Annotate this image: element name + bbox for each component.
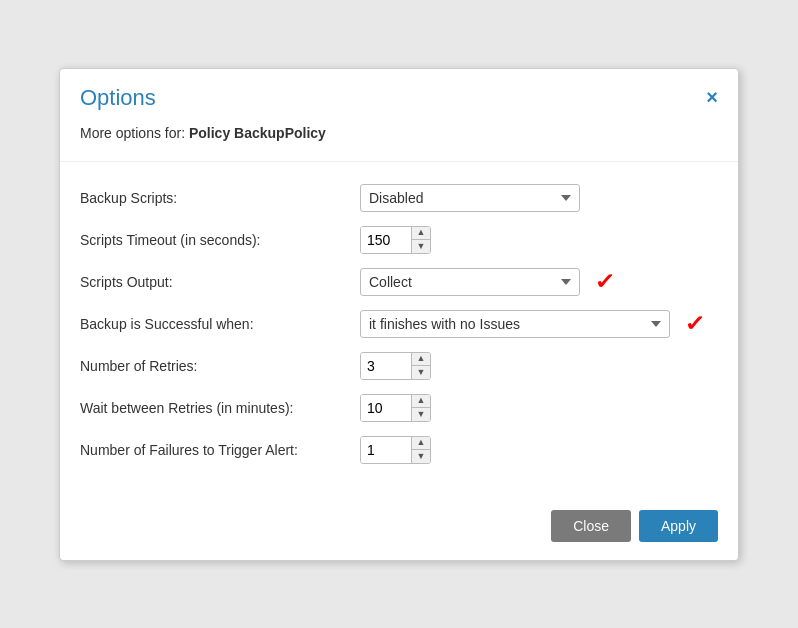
scripts-timeout-spinner: ▲ ▼ <box>360 226 431 254</box>
number-of-retries-row: Number of Retries: ▲ ▼ <box>80 352 718 380</box>
number-of-retries-spinner: ▲ ▼ <box>360 352 431 380</box>
wait-between-retries-up[interactable]: ▲ <box>412 395 430 408</box>
number-of-failures-down[interactable]: ▼ <box>412 450 430 463</box>
backup-successful-checkmark: ✓ <box>684 311 706 337</box>
dialog-subtitle: More options for: Policy BackupPolicy <box>60 121 738 155</box>
scripts-output-label: Scripts Output: <box>80 274 360 290</box>
scripts-timeout-label: Scripts Timeout (in seconds): <box>80 232 360 248</box>
wait-between-retries-control: ▲ ▼ <box>360 394 431 422</box>
backup-scripts-label: Backup Scripts: <box>80 190 360 206</box>
number-of-failures-buttons: ▲ ▼ <box>411 437 430 463</box>
backup-scripts-select[interactable]: Disabled Enabled <box>360 184 580 212</box>
scripts-timeout-up[interactable]: ▲ <box>412 227 430 240</box>
close-icon[interactable]: × <box>706 86 718 109</box>
backup-successful-label: Backup is Successful when: <box>80 316 360 332</box>
wait-between-retries-row: Wait between Retries (in minutes): ▲ ▼ <box>80 394 718 422</box>
wait-between-retries-down[interactable]: ▼ <box>412 408 430 421</box>
number-of-failures-control: ▲ ▼ <box>360 436 431 464</box>
dialog-body: Backup Scripts: Disabled Enabled Scripts… <box>60 174 738 498</box>
scripts-output-control: Collect Discard Append ✓ <box>360 268 614 296</box>
scripts-timeout-control: ▲ ▼ <box>360 226 431 254</box>
subtitle-prefix: More options for: <box>80 125 185 141</box>
divider <box>60 161 738 162</box>
backup-scripts-control: Disabled Enabled <box>360 184 580 212</box>
close-button[interactable]: Close <box>551 510 631 542</box>
dialog-footer: Close Apply <box>60 498 738 560</box>
number-of-retries-up[interactable]: ▲ <box>412 353 430 366</box>
number-of-failures-row: Number of Failures to Trigger Alert: ▲ ▼ <box>80 436 718 464</box>
number-of-retries-buttons: ▲ ▼ <box>411 353 430 379</box>
wait-between-retries-input[interactable] <box>361 395 411 421</box>
options-dialog: Options × More options for: Policy Backu… <box>59 68 739 561</box>
backup-scripts-row: Backup Scripts: Disabled Enabled <box>80 184 718 212</box>
scripts-output-select[interactable]: Collect Discard Append <box>360 268 580 296</box>
scripts-timeout-row: Scripts Timeout (in seconds): ▲ ▼ <box>80 226 718 254</box>
scripts-timeout-input[interactable] <box>361 227 411 253</box>
apply-button[interactable]: Apply <box>639 510 718 542</box>
number-of-failures-label: Number of Failures to Trigger Alert: <box>80 442 360 458</box>
backup-successful-row: Backup is Successful when: it finishes w… <box>80 310 718 338</box>
scripts-output-row: Scripts Output: Collect Discard Append ✓ <box>80 268 718 296</box>
number-of-retries-label: Number of Retries: <box>80 358 360 374</box>
number-of-failures-up[interactable]: ▲ <box>412 437 430 450</box>
number-of-retries-input[interactable] <box>361 353 411 379</box>
dialog-title: Options <box>80 85 156 111</box>
wait-between-retries-buttons: ▲ ▼ <box>411 395 430 421</box>
backup-successful-control: it finishes with no Issues it finishes w… <box>360 310 704 338</box>
wait-between-retries-spinner: ▲ ▼ <box>360 394 431 422</box>
subtitle-policy: Policy BackupPolicy <box>189 125 326 141</box>
scripts-timeout-down[interactable]: ▼ <box>412 240 430 253</box>
number-of-retries-control: ▲ ▼ <box>360 352 431 380</box>
number-of-failures-input[interactable] <box>361 437 411 463</box>
wait-between-retries-label: Wait between Retries (in minutes): <box>80 400 360 416</box>
scripts-output-checkmark: ✓ <box>594 269 616 295</box>
number-of-failures-spinner: ▲ ▼ <box>360 436 431 464</box>
backup-successful-select[interactable]: it finishes with no Issues it finishes w… <box>360 310 670 338</box>
dialog-header: Options × <box>60 69 738 121</box>
scripts-timeout-buttons: ▲ ▼ <box>411 227 430 253</box>
number-of-retries-down[interactable]: ▼ <box>412 366 430 379</box>
